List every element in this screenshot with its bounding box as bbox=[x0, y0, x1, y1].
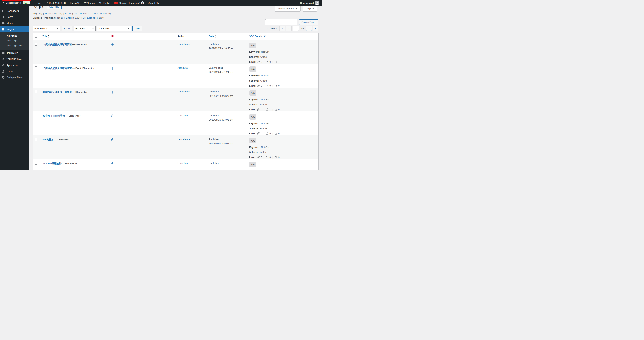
external-links-count[interactable]: 0 bbox=[270, 132, 271, 135]
author-link[interactable]: Lexcellence bbox=[178, 138, 190, 141]
howdy-label[interactable]: Howdy, wpml bbox=[300, 2, 314, 4]
status-filter-4[interactable]: Pillar Content (0) bbox=[92, 12, 110, 15]
sidebar-item-add-page[interactable]: Add Page bbox=[0, 38, 28, 43]
language-filter-0[interactable]: Chinese (Traditional) (151) bbox=[32, 17, 63, 19]
sidebar-item-pages[interactable]: Pages bbox=[0, 26, 28, 32]
status-label: Last Modified bbox=[209, 66, 246, 69]
new-menu[interactable]: +New bbox=[34, 2, 41, 5]
row-checkbox[interactable] bbox=[34, 114, 38, 117]
incoming-links-count[interactable]: 0 bbox=[278, 84, 280, 87]
sidebar-item-appearance[interactable]: Appearance bbox=[0, 62, 28, 68]
search-pages-button[interactable]: Search Pages bbox=[299, 19, 318, 25]
incoming-links-count[interactable]: 3 bbox=[278, 156, 280, 158]
edit-translation-icon[interactable] bbox=[110, 114, 114, 118]
filter-button[interactable]: Filter bbox=[132, 26, 142, 31]
status-filter-2[interactable]: Drafts (72) bbox=[65, 12, 76, 15]
external-links-count[interactable]: 0 bbox=[270, 84, 271, 87]
table-row: AK-Line液態皮秒 — Elementor Lexcellence Publ… bbox=[33, 159, 318, 170]
author-link[interactable]: Lexcellence bbox=[178, 90, 190, 93]
row-checkbox[interactable] bbox=[34, 66, 38, 69]
incoming-links-count[interactable]: 0 bbox=[278, 108, 280, 111]
select-all-checkbox[interactable] bbox=[34, 35, 38, 38]
user-icon bbox=[2, 70, 5, 73]
sidebar-item-dashboard[interactable]: Dashboard bbox=[0, 8, 28, 14]
apply-button[interactable]: Apply bbox=[62, 26, 72, 31]
status-filter-3[interactable]: Trash (2) bbox=[80, 12, 89, 15]
external-links-count[interactable]: 1 bbox=[270, 108, 271, 111]
sidebar-item-posts[interactable]: Posts bbox=[0, 14, 28, 20]
language-filter-1[interactable]: English (133) bbox=[66, 17, 80, 19]
sidebar-item-social-icons[interactable]: 浮動社群圖示 bbox=[0, 56, 28, 62]
sidebar-item-templates[interactable]: Templates bbox=[0, 50, 28, 56]
rank-math-filter-select[interactable]: Rank Math bbox=[97, 26, 131, 31]
status-filter-1[interactable]: Published (212) bbox=[45, 12, 62, 15]
prev-page-button[interactable]: ‹ bbox=[286, 26, 292, 31]
last-page-button[interactable]: » bbox=[313, 26, 318, 31]
internal-links-count[interactable]: 0 bbox=[261, 108, 262, 111]
post-state-label: — Elementor bbox=[72, 43, 87, 46]
sidebar-item-media[interactable]: Media bbox=[0, 20, 28, 26]
pagination: 151 items « ‹ of 8 › » bbox=[266, 26, 318, 31]
author-link[interactable]: Lexcellence bbox=[178, 162, 190, 164]
dates-filter-select[interactable]: All dates bbox=[74, 26, 96, 31]
author-link[interactable]: Lexcellence bbox=[178, 43, 190, 45]
page-title-link[interactable]: 30歲以前，健康是一個概念 bbox=[42, 91, 72, 93]
page-title-link[interactable]: AK-Line液態皮秒 bbox=[42, 162, 62, 165]
internal-links-count[interactable]: 0 bbox=[261, 156, 262, 158]
chevron-down-icon bbox=[296, 8, 298, 10]
keyword-line: Keyword:Not Set bbox=[249, 98, 317, 101]
rank-math-menu[interactable]: Rank Math SEO bbox=[45, 2, 66, 4]
search-input[interactable] bbox=[265, 19, 297, 25]
author-link[interactable]: Xiangyitw bbox=[178, 66, 188, 69]
incoming-links-count[interactable]: 4 bbox=[278, 61, 280, 63]
links-line: Links: 0 | 0 | 3 bbox=[249, 156, 317, 158]
sort-by-date[interactable]: Date bbox=[209, 35, 216, 38]
internal-links-count[interactable]: 0 bbox=[261, 84, 262, 87]
updraftplus-menu[interactable]: UpdraftPlus bbox=[148, 2, 160, 4]
keyword-line: Keyword:Not Set bbox=[249, 51, 317, 53]
table-nav: Bulk actions Apply All dates Rank Math F… bbox=[32, 26, 318, 31]
first-page-button[interactable]: « bbox=[280, 26, 285, 31]
page-title-link[interactable]: 13價結合型肺炎鏈球菌疫苗 bbox=[42, 43, 72, 46]
page-title-link[interactable]: 585黃雷射 bbox=[42, 138, 54, 141]
incoming-links-count[interactable]: 0 bbox=[278, 132, 280, 135]
external-links-count[interactable]: 0 bbox=[270, 61, 271, 63]
language-menu[interactable]: ★ Chinese (Traditional) ? bbox=[114, 2, 144, 4]
row-checkbox[interactable] bbox=[34, 162, 38, 165]
edit-translation-icon[interactable] bbox=[110, 138, 114, 141]
row-checkbox[interactable] bbox=[34, 138, 38, 141]
site-menu[interactable]: Lexcellence'越 Live bbox=[2, 1, 30, 5]
sidebar-item-all-pages[interactable]: All Pages bbox=[0, 33, 28, 38]
sort-by-title[interactable]: Title bbox=[42, 35, 49, 38]
row-checkbox[interactable] bbox=[34, 90, 38, 93]
page-title-link[interactable]: 3D列印下巴精雕手術 bbox=[42, 114, 65, 117]
wpforms-menu[interactable]: WPForms bbox=[84, 2, 95, 4]
add-translation-icon[interactable] bbox=[110, 43, 114, 47]
avatar[interactable] bbox=[315, 1, 320, 5]
next-page-button[interactable]: › bbox=[306, 26, 312, 31]
author-link[interactable]: Lexcellence bbox=[178, 114, 190, 117]
row-checkbox[interactable] bbox=[34, 43, 38, 46]
screen-options-tab[interactable]: Screen Options bbox=[274, 6, 300, 12]
internal-links-count[interactable]: 0 bbox=[261, 132, 262, 135]
table-row: 3D列印下巴精雕手術 — Elementor Lexcellence Publi… bbox=[33, 111, 318, 135]
add-translation-icon[interactable] bbox=[110, 66, 114, 71]
rank-math-icon bbox=[45, 2, 48, 4]
wp-rocket-menu[interactable]: WP Rocket bbox=[98, 2, 110, 4]
seo-details-header[interactable]: SEO Details bbox=[249, 35, 266, 38]
status-filter-0[interactable]: All (284) bbox=[32, 12, 42, 15]
page-title-link[interactable]: 13價結合型肺炎鏈球菌疫苗 bbox=[42, 67, 72, 70]
edit-translation-icon[interactable] bbox=[110, 162, 114, 165]
current-page-input[interactable] bbox=[293, 26, 299, 31]
external-links-count[interactable]: 0 bbox=[270, 156, 271, 158]
add-translation-icon[interactable] bbox=[110, 90, 114, 94]
sidebar-item-collapse-menu[interactable]: Collapse Menu bbox=[0, 74, 28, 80]
help-circle-icon[interactable]: ? bbox=[141, 2, 144, 4]
internal-links-count[interactable]: 0 bbox=[261, 61, 262, 63]
help-tab[interactable]: Help bbox=[303, 6, 317, 12]
sidebar-item-add-page-link[interactable]: Add Page Link bbox=[0, 43, 28, 48]
bulk-actions-select[interactable]: Bulk actions bbox=[32, 26, 60, 31]
oceanwp-menu[interactable]: OceanWP bbox=[70, 2, 80, 4]
language-filter-2[interactable]: All languages (284) bbox=[83, 17, 104, 19]
sidebar-item-users[interactable]: Users bbox=[0, 68, 28, 74]
